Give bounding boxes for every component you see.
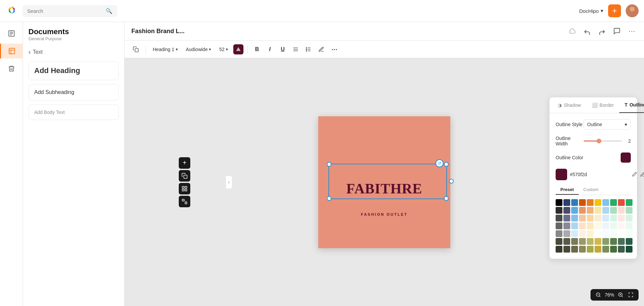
color-cell[interactable] <box>563 199 570 206</box>
color-cell[interactable] <box>595 199 601 206</box>
color-cell[interactable] <box>563 222 570 229</box>
sidebar-item-trash[interactable] <box>4 61 19 76</box>
color-cell[interactable] <box>602 215 609 221</box>
italic-btn[interactable]: I <box>265 44 275 54</box>
color-cell[interactable] <box>587 222 594 229</box>
color-cell[interactable] <box>618 207 625 214</box>
color-cell[interactable] <box>563 215 570 221</box>
color-cell[interactable] <box>556 246 562 253</box>
color-cell[interactable] <box>556 199 562 206</box>
duplicate-btn[interactable] <box>179 170 190 182</box>
color-cell[interactable] <box>618 246 625 253</box>
color-hex-swatch[interactable] <box>556 169 567 180</box>
color-cell[interactable] <box>563 238 570 245</box>
color-cell[interactable] <box>618 230 625 237</box>
shadow-tab[interactable]: ◑ Shadow <box>552 97 586 113</box>
underline-btn[interactable]: U <box>278 44 288 54</box>
user-avatar[interactable] <box>626 4 639 17</box>
color-cell[interactable] <box>563 230 570 237</box>
color-cell[interactable] <box>626 230 632 237</box>
zoom-in-btn[interactable] <box>617 291 624 299</box>
back-button[interactable]: ‹ Text <box>28 48 119 56</box>
comment-icon[interactable] <box>611 26 622 37</box>
color-cell[interactable] <box>563 207 570 214</box>
color-cell[interactable] <box>610 246 617 253</box>
color-cell[interactable] <box>587 215 594 221</box>
more-format-btn[interactable]: ⋯ <box>329 44 339 54</box>
color-cell[interactable] <box>602 238 609 245</box>
font-size-selector[interactable]: 52 ▾ <box>216 45 231 54</box>
search-container[interactable]: 🔍 <box>22 5 117 17</box>
color-cell[interactable] <box>602 246 609 253</box>
color-cell[interactable] <box>602 199 609 206</box>
corner-btn[interactable] <box>179 196 190 207</box>
color-cell[interactable] <box>579 238 586 245</box>
color-cell[interactable] <box>571 207 578 214</box>
more-options-icon[interactable]: ⋯ <box>626 26 637 37</box>
border-tab[interactable]: ⬜ Border <box>586 97 619 113</box>
color-cell[interactable] <box>602 207 609 214</box>
highlight-btn[interactable] <box>316 44 326 54</box>
color-cell[interactable] <box>556 207 562 214</box>
color-cell[interactable] <box>595 238 601 245</box>
add-body-text-option[interactable]: Add Body Text <box>28 104 119 120</box>
color-cell[interactable] <box>571 230 578 237</box>
color-hex-input[interactable] <box>570 172 629 177</box>
grid-btn[interactable] <box>179 183 190 194</box>
color-cell[interactable] <box>579 207 586 214</box>
custom-tab[interactable]: Custom <box>579 185 603 195</box>
color-cell[interactable] <box>618 215 625 221</box>
color-cell[interactable] <box>626 238 632 245</box>
color-cell[interactable] <box>610 238 617 245</box>
color-cell[interactable] <box>579 215 586 221</box>
color-cell[interactable] <box>626 222 632 229</box>
color-cell[interactable] <box>579 222 586 229</box>
color-cell[interactable] <box>579 246 586 253</box>
align-btn[interactable] <box>291 44 301 54</box>
color-cell[interactable] <box>556 215 562 221</box>
color-cell[interactable] <box>571 222 578 229</box>
color-cell[interactable] <box>618 222 625 229</box>
rotation-handle[interactable]: ↺ <box>435 159 444 167</box>
outline-tab[interactable]: T Outline <box>619 97 644 113</box>
outline-color-swatch[interactable] <box>621 152 631 163</box>
undo-icon[interactable] <box>582 26 593 37</box>
color-cell[interactable] <box>556 222 562 229</box>
color-cell[interactable] <box>556 230 562 237</box>
add-subheading-option[interactable]: Add Subheading <box>28 84 119 100</box>
color-cell[interactable] <box>626 207 632 214</box>
preset-tab[interactable]: Preset <box>556 185 579 195</box>
color-cell[interactable] <box>587 199 594 206</box>
text-color-btn[interactable] <box>233 44 243 54</box>
zoom-out-btn[interactable] <box>595 291 602 299</box>
search-input[interactable] <box>27 8 103 14</box>
color-cell[interactable] <box>571 199 578 206</box>
color-cell[interactable] <box>610 230 617 237</box>
add-heading-option[interactable]: Add Heading <box>28 61 119 80</box>
color-cell[interactable] <box>595 215 601 221</box>
color-cell[interactable] <box>579 230 586 237</box>
sidebar-item-templates[interactable] <box>0 44 23 58</box>
color-cell[interactable] <box>595 230 601 237</box>
color-cell[interactable] <box>571 238 578 245</box>
slider-track[interactable] <box>584 140 622 142</box>
color-cell[interactable] <box>587 246 594 253</box>
add-button[interactable]: + <box>608 4 621 17</box>
eyedropper-btn[interactable] <box>632 170 637 179</box>
color-cell[interactable] <box>556 238 562 245</box>
color-cell[interactable] <box>563 246 570 253</box>
redo-icon[interactable] <box>597 26 607 37</box>
color-cell[interactable] <box>626 199 632 206</box>
color-cell[interactable] <box>595 222 601 229</box>
outline-width-slider[interactable]: 2 <box>584 138 631 144</box>
sidebar-item-documents[interactable] <box>4 26 19 41</box>
cloud-save-icon[interactable] <box>567 26 578 37</box>
panel-toggle-btn[interactable]: ‹ <box>226 175 232 189</box>
slider-thumb[interactable] <box>597 139 601 143</box>
outline-style-select[interactable]: Outline ▾ <box>583 119 631 130</box>
color-cell[interactable] <box>571 215 578 221</box>
color-cell[interactable] <box>595 207 601 214</box>
copy-format-btn[interactable] <box>130 44 142 54</box>
color-cell[interactable] <box>587 207 594 214</box>
color-cell[interactable] <box>602 230 609 237</box>
